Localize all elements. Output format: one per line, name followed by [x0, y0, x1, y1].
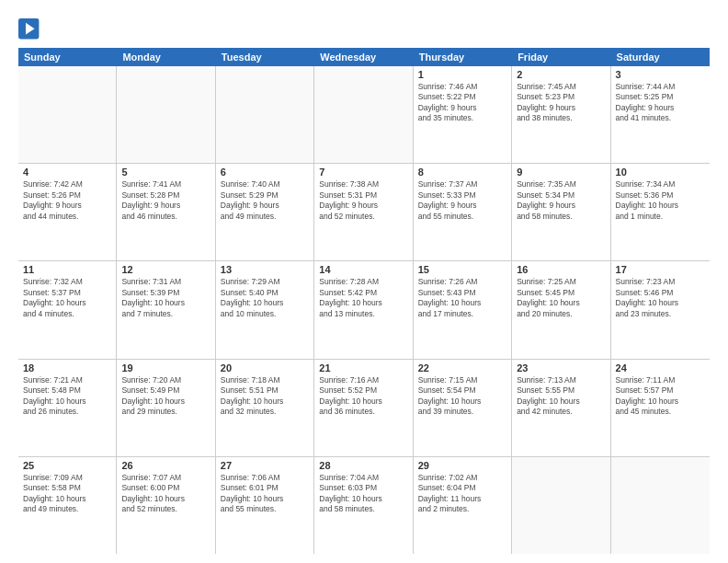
calendar-cell: 10Sunrise: 7:34 AM Sunset: 5:36 PM Dayli… — [611, 164, 710, 260]
day-info: Sunrise: 7:04 AM Sunset: 6:03 PM Dayligh… — [319, 473, 407, 515]
calendar-cell: 6Sunrise: 7:40 AM Sunset: 5:29 PM Daylig… — [216, 164, 314, 260]
calendar-cell: 24Sunrise: 7:11 AM Sunset: 5:57 PM Dayli… — [611, 360, 710, 456]
day-number: 23 — [517, 362, 605, 373]
day-number: 8 — [418, 167, 506, 178]
calendar-cell — [314, 66, 413, 163]
day-info: Sunrise: 7:25 AM Sunset: 5:45 PM Dayligh… — [517, 277, 605, 319]
day-info: Sunrise: 7:26 AM Sunset: 5:43 PM Dayligh… — [418, 277, 506, 319]
calendar-cell: 5Sunrise: 7:41 AM Sunset: 5:28 PM Daylig… — [117, 164, 215, 260]
day-info: Sunrise: 7:46 AM Sunset: 5:22 PM Dayligh… — [418, 82, 506, 124]
calendar-cell: 14Sunrise: 7:28 AM Sunset: 5:42 PM Dayli… — [314, 261, 413, 358]
day-number: 28 — [319, 460, 407, 471]
calendar-cell: 27Sunrise: 7:06 AM Sunset: 6:01 PM Dayli… — [216, 457, 314, 554]
calendar-cell — [611, 457, 710, 554]
calendar-cell: 18Sunrise: 7:21 AM Sunset: 5:48 PM Dayli… — [18, 360, 117, 456]
logo — [18, 18, 44, 40]
calendar-cell: 20Sunrise: 7:18 AM Sunset: 5:51 PM Dayli… — [216, 360, 314, 456]
day-info: Sunrise: 7:23 AM Sunset: 5:46 PM Dayligh… — [616, 277, 705, 319]
calendar-header-cell: Saturday — [611, 48, 710, 66]
calendar-header-cell: Wednesday — [314, 48, 413, 66]
day-info: Sunrise: 7:45 AM Sunset: 5:23 PM Dayligh… — [517, 82, 605, 124]
calendar-header-cell: Friday — [512, 48, 610, 66]
calendar-cell: 28Sunrise: 7:04 AM Sunset: 6:03 PM Dayli… — [314, 457, 413, 554]
day-info: Sunrise: 7:35 AM Sunset: 5:34 PM Dayligh… — [517, 179, 605, 222]
day-number: 5 — [121, 167, 210, 178]
day-info: Sunrise: 7:40 AM Sunset: 5:29 PM Dayligh… — [221, 179, 309, 222]
day-number: 27 — [221, 460, 309, 471]
logo-icon — [18, 18, 40, 40]
day-info: Sunrise: 7:32 AM Sunset: 5:37 PM Dayligh… — [23, 277, 111, 319]
calendar-cell — [216, 66, 314, 163]
calendar-cell: 2Sunrise: 7:45 AM Sunset: 5:23 PM Daylig… — [512, 66, 610, 163]
calendar-cell: 3Sunrise: 7:44 AM Sunset: 5:25 PM Daylig… — [611, 66, 710, 163]
calendar-cell: 11Sunrise: 7:32 AM Sunset: 5:37 PM Dayli… — [18, 261, 117, 358]
calendar-cell: 16Sunrise: 7:25 AM Sunset: 5:45 PM Dayli… — [512, 261, 610, 358]
calendar-cell: 21Sunrise: 7:16 AM Sunset: 5:52 PM Dayli… — [314, 360, 413, 456]
day-number: 16 — [517, 264, 605, 275]
day-info: Sunrise: 7:13 AM Sunset: 5:55 PM Dayligh… — [517, 375, 605, 418]
day-info: Sunrise: 7:29 AM Sunset: 5:40 PM Dayligh… — [221, 277, 309, 319]
day-number: 6 — [221, 167, 309, 178]
calendar-row: 18Sunrise: 7:21 AM Sunset: 5:48 PM Dayli… — [18, 360, 710, 457]
day-info: Sunrise: 7:06 AM Sunset: 6:01 PM Dayligh… — [221, 473, 309, 515]
day-number: 15 — [418, 264, 506, 275]
calendar-cell: 1Sunrise: 7:46 AM Sunset: 5:22 PM Daylig… — [414, 66, 512, 163]
day-info: Sunrise: 7:07 AM Sunset: 6:00 PM Dayligh… — [121, 473, 210, 515]
day-number: 20 — [221, 362, 309, 373]
day-number: 22 — [418, 362, 506, 373]
day-info: Sunrise: 7:02 AM Sunset: 6:04 PM Dayligh… — [418, 473, 506, 515]
day-info: Sunrise: 7:20 AM Sunset: 5:49 PM Dayligh… — [121, 375, 210, 418]
day-number: 21 — [319, 362, 407, 373]
day-number: 14 — [319, 264, 407, 275]
day-number: 13 — [221, 264, 309, 275]
calendar-cell: 12Sunrise: 7:31 AM Sunset: 5:39 PM Dayli… — [117, 261, 215, 358]
calendar-row: 25Sunrise: 7:09 AM Sunset: 5:58 PM Dayli… — [18, 457, 710, 554]
day-number: 26 — [121, 460, 210, 471]
day-number: 12 — [121, 264, 210, 275]
calendar-cell: 13Sunrise: 7:29 AM Sunset: 5:40 PM Dayli… — [216, 261, 314, 358]
day-info: Sunrise: 7:38 AM Sunset: 5:31 PM Dayligh… — [319, 179, 407, 222]
day-number: 3 — [616, 69, 705, 80]
calendar-cell: 22Sunrise: 7:15 AM Sunset: 5:54 PM Dayli… — [414, 360, 512, 456]
calendar-cell — [117, 66, 215, 163]
day-info: Sunrise: 7:34 AM Sunset: 5:36 PM Dayligh… — [616, 179, 705, 222]
day-info: Sunrise: 7:28 AM Sunset: 5:42 PM Dayligh… — [319, 277, 407, 319]
calendar-cell — [18, 66, 117, 163]
calendar-row: 11Sunrise: 7:32 AM Sunset: 5:37 PM Dayli… — [18, 261, 710, 359]
day-info: Sunrise: 7:18 AM Sunset: 5:51 PM Dayligh… — [221, 375, 309, 418]
calendar-cell: 7Sunrise: 7:38 AM Sunset: 5:31 PM Daylig… — [314, 164, 413, 260]
day-number: 19 — [121, 362, 210, 373]
day-number: 29 — [418, 460, 506, 471]
calendar-cell: 26Sunrise: 7:07 AM Sunset: 6:00 PM Dayli… — [117, 457, 215, 554]
day-info: Sunrise: 7:15 AM Sunset: 5:54 PM Dayligh… — [418, 375, 506, 418]
day-info: Sunrise: 7:41 AM Sunset: 5:28 PM Dayligh… — [121, 179, 210, 222]
calendar-header: SundayMondayTuesdayWednesdayThursdayFrid… — [18, 48, 710, 66]
day-info: Sunrise: 7:31 AM Sunset: 5:39 PM Dayligh… — [121, 277, 210, 319]
day-number: 25 — [23, 460, 111, 471]
page: SundayMondayTuesdayWednesdayThursdayFrid… — [0, 0, 728, 563]
day-number: 18 — [23, 362, 111, 373]
day-info: Sunrise: 7:44 AM Sunset: 5:25 PM Dayligh… — [616, 82, 705, 124]
day-number: 7 — [319, 167, 407, 178]
day-info: Sunrise: 7:42 AM Sunset: 5:26 PM Dayligh… — [23, 179, 111, 222]
calendar: SundayMondayTuesdayWednesdayThursdayFrid… — [18, 48, 710, 554]
day-info: Sunrise: 7:21 AM Sunset: 5:48 PM Dayligh… — [23, 375, 111, 418]
calendar-cell: 23Sunrise: 7:13 AM Sunset: 5:55 PM Dayli… — [512, 360, 610, 456]
day-number: 4 — [23, 167, 111, 178]
calendar-cell: 8Sunrise: 7:37 AM Sunset: 5:33 PM Daylig… — [414, 164, 512, 260]
calendar-row: 1Sunrise: 7:46 AM Sunset: 5:22 PM Daylig… — [18, 66, 710, 164]
calendar-row: 4Sunrise: 7:42 AM Sunset: 5:26 PM Daylig… — [18, 164, 710, 261]
calendar-cell: 29Sunrise: 7:02 AM Sunset: 6:04 PM Dayli… — [414, 457, 512, 554]
calendar-cell: 15Sunrise: 7:26 AM Sunset: 5:43 PM Dayli… — [414, 261, 512, 358]
day-info: Sunrise: 7:11 AM Sunset: 5:57 PM Dayligh… — [616, 375, 705, 418]
calendar-header-cell: Sunday — [18, 48, 117, 66]
calendar-header-cell: Thursday — [414, 48, 512, 66]
day-number: 2 — [517, 69, 605, 80]
header — [18, 15, 710, 40]
calendar-header-cell: Tuesday — [216, 48, 314, 66]
calendar-cell: 4Sunrise: 7:42 AM Sunset: 5:26 PM Daylig… — [18, 164, 117, 260]
day-number: 17 — [616, 264, 705, 275]
day-info: Sunrise: 7:09 AM Sunset: 5:58 PM Dayligh… — [23, 473, 111, 515]
day-number: 11 — [23, 264, 111, 275]
calendar-cell: 17Sunrise: 7:23 AM Sunset: 5:46 PM Dayli… — [611, 261, 710, 358]
